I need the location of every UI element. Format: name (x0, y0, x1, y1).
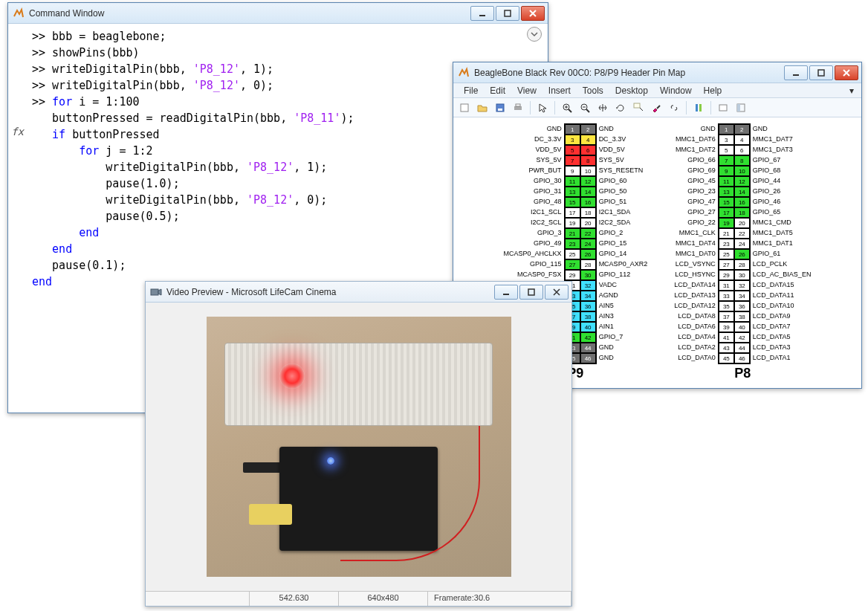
video-frame (207, 317, 511, 577)
pin-cell: 6 (734, 145, 750, 155)
dock-icon[interactable] (733, 100, 749, 115)
pin-cell: 3 (719, 135, 734, 145)
pin-label: GPIO_30 (502, 175, 564, 186)
close-button[interactable] (521, 6, 545, 21)
print-icon[interactable] (510, 100, 526, 115)
legend-icon[interactable] (715, 100, 731, 115)
pin-cell: 32 (580, 280, 596, 291)
close-button[interactable] (545, 285, 569, 300)
pin-label: GPIO_48 (502, 196, 564, 207)
scroll-dropdown-button[interactable] (527, 27, 542, 42)
pin-cell: 14 (734, 187, 750, 197)
pin-cell: 10 (580, 166, 596, 176)
pin-label: AIN1 (597, 321, 650, 332)
maximize-button[interactable] (519, 285, 543, 300)
pin-cell: 32 (734, 280, 750, 291)
maximize-button[interactable] (809, 65, 833, 80)
new-figure-icon[interactable] (456, 100, 473, 115)
open-icon[interactable] (474, 100, 490, 115)
pin-cell: 7 (719, 155, 734, 166)
pin-cell: 36 (734, 301, 750, 311)
status-blank (146, 592, 250, 606)
menu-desktop[interactable]: Desktop (609, 84, 654, 97)
datacursor-icon[interactable] (630, 100, 647, 115)
rotate-icon[interactable] (612, 100, 629, 115)
pin-cell: 31 (719, 280, 734, 291)
pinmap-toolbar (453, 98, 861, 117)
svg-rect-8 (516, 104, 520, 106)
pan-icon[interactable] (595, 100, 611, 115)
pin-cell: 43 (719, 343, 734, 353)
pin-label: GPIO_23 (672, 186, 718, 196)
menu-overflow-icon[interactable]: ▾ (846, 85, 857, 96)
link-icon[interactable] (666, 100, 682, 115)
pin-cell: 8 (580, 155, 596, 166)
svg-rect-3 (818, 70, 824, 76)
menu-edit[interactable]: Edit (484, 84, 511, 97)
brush-icon[interactable] (648, 100, 664, 115)
pin-label: MMC1_DAT1 (751, 238, 814, 248)
pin-cell: 35 (719, 301, 734, 311)
menu-insert[interactable]: Insert (542, 84, 577, 97)
menu-file[interactable]: File (458, 84, 484, 97)
pin-cell: 44 (734, 343, 750, 353)
pointer-icon[interactable] (534, 100, 551, 115)
menu-help[interactable]: Help (698, 84, 728, 97)
pin-cell: 1 (719, 124, 734, 135)
pin-label: MMC1_DAT5 (751, 227, 814, 238)
pin-label: MMC1_DAT7 (751, 134, 814, 144)
pin-label: LCD_DATA9 (751, 311, 814, 321)
close-button[interactable] (835, 65, 858, 80)
pin-label: AIN5 (597, 300, 650, 311)
pin-label: LCD_DATA0 (672, 352, 718, 363)
pin-label: GPIO_51 (597, 196, 650, 207)
svg-rect-4 (461, 104, 468, 111)
pin-label: GPIO_14 (597, 248, 650, 259)
pin-label: GND (502, 123, 564, 134)
code-line: >> bbb = beaglebone; (32, 28, 540, 45)
pin-cell: 11 (719, 176, 734, 187)
pin-cell: 19 (719, 218, 734, 228)
pin-label: GPIO_65 (751, 207, 814, 217)
minimize-button[interactable] (784, 65, 808, 80)
header-p8: GNDMMC1_DAT6MMC1_DAT2GPIO_66GPIO_69GPIO_… (672, 123, 813, 385)
pin-label: GPIO_31 (502, 186, 564, 196)
pin-cell: 25 (719, 249, 734, 259)
pin-label: MMC1_DAT0 (672, 248, 718, 259)
matlab-icon (13, 7, 25, 19)
colorbar-icon[interactable] (690, 100, 707, 115)
save-icon[interactable] (492, 100, 508, 115)
pin-cell: 39 (719, 322, 734, 332)
pin-label: LCD_DATA4 (672, 332, 718, 342)
menu-view[interactable]: View (511, 84, 542, 97)
video-titlebar[interactable]: Video Preview - Microsoft LifeCam Cinema (146, 282, 571, 303)
pin-cell: 42 (580, 332, 596, 343)
pin-label: LCD_VSYNC (672, 259, 718, 269)
zoom-in-icon[interactable] (559, 100, 575, 115)
pin-cell: 34 (734, 291, 750, 301)
minimize-button[interactable] (470, 6, 494, 21)
pin-label: GPIO_50 (597, 186, 650, 196)
minimize-button[interactable] (494, 285, 518, 300)
usb-cable (243, 462, 283, 473)
pin-cell: 30 (580, 270, 596, 280)
pin-cell: 24 (734, 239, 750, 249)
command-window-titlebar[interactable]: Command Window (8, 3, 548, 24)
pin-label: GPIO_44 (751, 175, 814, 186)
pin-label: LCD_DATA15 (751, 279, 814, 290)
pin-cell: 15 (719, 197, 734, 207)
menu-tools[interactable]: Tools (577, 84, 609, 97)
pin-cell: 29 (719, 270, 734, 280)
pin-cell: 40 (734, 322, 750, 332)
maximize-button[interactable] (496, 6, 519, 21)
svg-rect-23 (737, 104, 740, 111)
pin-cell: 38 (734, 311, 750, 322)
pin-label: GPIO_45 (672, 175, 718, 186)
menu-window[interactable]: Window (654, 84, 698, 97)
zoom-out-icon[interactable] (577, 100, 593, 115)
pin-label: GPIO_69 (672, 165, 718, 175)
pin-label: MMC1_DAT4 (672, 238, 718, 248)
pin-label: GPIO_26 (751, 186, 814, 196)
svg-rect-20 (699, 104, 702, 111)
pinmap-titlebar[interactable]: BeagleBone Black Rev 00C0: P8/P9 Header … (453, 62, 861, 83)
